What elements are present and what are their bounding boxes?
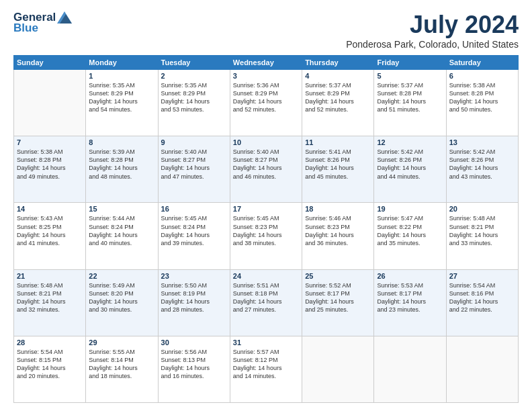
day-number: 26 — [377, 272, 443, 280]
main-title: July 2024 — [346, 11, 519, 39]
page: General Blue July 2024 Ponderosa Park, C… — [0, 0, 532, 411]
day-content: Sunrise: 5:39 AM Sunset: 8:28 PM Dayligh… — [89, 148, 154, 181]
calendar-week-row: 21Sunrise: 5:48 AM Sunset: 8:21 PM Dayli… — [14, 269, 519, 336]
day-content: Sunrise: 5:47 AM Sunset: 8:22 PM Dayligh… — [377, 214, 443, 247]
day-content: Sunrise: 5:54 AM Sunset: 8:15 PM Dayligh… — [17, 348, 83, 381]
table-row: 7Sunrise: 5:38 AM Sunset: 8:28 PM Daylig… — [14, 136, 86, 203]
table-row: 14Sunrise: 5:43 AM Sunset: 8:25 PM Dayli… — [14, 203, 86, 269]
calendar-header-row: Sunday Monday Tuesday Wednesday Thursday… — [14, 56, 519, 70]
table-row: 10Sunrise: 5:40 AM Sunset: 8:27 PM Dayli… — [230, 136, 302, 203]
day-number: 21 — [17, 272, 83, 280]
logo: General Blue — [13, 11, 72, 35]
day-content: Sunrise: 5:52 AM Sunset: 8:17 PM Dayligh… — [305, 281, 371, 314]
day-content: Sunrise: 5:53 AM Sunset: 8:17 PM Dayligh… — [377, 281, 443, 314]
day-number: 6 — [449, 72, 515, 80]
day-content: Sunrise: 5:54 AM Sunset: 8:16 PM Dayligh… — [449, 281, 515, 314]
day-number: 29 — [89, 338, 154, 347]
table-row — [446, 336, 518, 402]
day-number: 3 — [233, 72, 299, 80]
day-content: Sunrise: 5:38 AM Sunset: 8:28 PM Dayligh… — [17, 148, 83, 181]
day-number: 25 — [305, 272, 371, 280]
day-content: Sunrise: 5:57 AM Sunset: 8:12 PM Dayligh… — [233, 348, 299, 381]
day-number: 15 — [89, 205, 154, 213]
day-number: 10 — [233, 138, 299, 146]
day-content: Sunrise: 5:43 AM Sunset: 8:25 PM Dayligh… — [17, 214, 83, 247]
table-row: 3Sunrise: 5:36 AM Sunset: 8:29 PM Daylig… — [230, 70, 302, 136]
day-number: 17 — [233, 205, 299, 213]
table-row: 25Sunrise: 5:52 AM Sunset: 8:17 PM Dayli… — [302, 269, 374, 336]
table-row: 13Sunrise: 5:42 AM Sunset: 8:26 PM Dayli… — [446, 136, 518, 203]
calendar-week-row: 1Sunrise: 5:35 AM Sunset: 8:29 PM Daylig… — [14, 70, 519, 136]
table-row: 2Sunrise: 5:35 AM Sunset: 8:29 PM Daylig… — [158, 70, 230, 136]
table-row: 19Sunrise: 5:47 AM Sunset: 8:22 PM Dayli… — [374, 203, 446, 269]
table-row: 31Sunrise: 5:57 AM Sunset: 8:12 PM Dayli… — [230, 336, 302, 402]
day-number: 31 — [233, 338, 299, 347]
col-thursday: Thursday — [302, 56, 374, 70]
day-content: Sunrise: 5:49 AM Sunset: 8:20 PM Dayligh… — [89, 281, 154, 314]
table-row: 4Sunrise: 5:37 AM Sunset: 8:29 PM Daylig… — [302, 70, 374, 136]
table-row: 30Sunrise: 5:56 AM Sunset: 8:13 PM Dayli… — [158, 336, 230, 402]
day-number: 5 — [377, 72, 443, 80]
table-row: 15Sunrise: 5:44 AM Sunset: 8:24 PM Dayli… — [86, 203, 158, 269]
table-row: 20Sunrise: 5:48 AM Sunset: 8:21 PM Dayli… — [446, 203, 518, 269]
table-row: 17Sunrise: 5:45 AM Sunset: 8:23 PM Dayli… — [230, 203, 302, 269]
day-content: Sunrise: 5:41 AM Sunset: 8:26 PM Dayligh… — [305, 148, 371, 181]
table-row: 27Sunrise: 5:54 AM Sunset: 8:16 PM Dayli… — [446, 269, 518, 336]
day-content: Sunrise: 5:44 AM Sunset: 8:24 PM Dayligh… — [89, 214, 154, 247]
table-row: 22Sunrise: 5:49 AM Sunset: 8:20 PM Dayli… — [86, 269, 158, 336]
table-row: 23Sunrise: 5:50 AM Sunset: 8:19 PM Dayli… — [158, 269, 230, 336]
day-content: Sunrise: 5:37 AM Sunset: 8:28 PM Dayligh… — [377, 81, 443, 114]
col-sunday: Sunday — [14, 56, 86, 70]
subtitle: Ponderosa Park, Colorado, United States — [346, 39, 519, 50]
day-number: 4 — [305, 72, 371, 80]
day-content: Sunrise: 5:48 AM Sunset: 8:21 PM Dayligh… — [449, 214, 515, 247]
table-row: 1Sunrise: 5:35 AM Sunset: 8:29 PM Daylig… — [86, 70, 158, 136]
col-wednesday: Wednesday — [230, 56, 302, 70]
table-row: 24Sunrise: 5:51 AM Sunset: 8:18 PM Dayli… — [230, 269, 302, 336]
table-row: 5Sunrise: 5:37 AM Sunset: 8:28 PM Daylig… — [374, 70, 446, 136]
table-row: 12Sunrise: 5:42 AM Sunset: 8:26 PM Dayli… — [374, 136, 446, 203]
day-number: 18 — [305, 205, 371, 213]
table-row: 9Sunrise: 5:40 AM Sunset: 8:27 PM Daylig… — [158, 136, 230, 203]
table-row: 26Sunrise: 5:53 AM Sunset: 8:17 PM Dayli… — [374, 269, 446, 336]
day-content: Sunrise: 5:35 AM Sunset: 8:29 PM Dayligh… — [89, 81, 154, 114]
day-content: Sunrise: 5:40 AM Sunset: 8:27 PM Dayligh… — [161, 148, 227, 181]
col-tuesday: Tuesday — [158, 56, 230, 70]
day-content: Sunrise: 5:40 AM Sunset: 8:27 PM Dayligh… — [233, 148, 299, 181]
day-content: Sunrise: 5:45 AM Sunset: 8:24 PM Dayligh… — [161, 214, 227, 247]
day-content: Sunrise: 5:46 AM Sunset: 8:23 PM Dayligh… — [305, 214, 371, 247]
table-row — [302, 336, 374, 402]
day-content: Sunrise: 5:55 AM Sunset: 8:14 PM Dayligh… — [89, 348, 154, 381]
day-number: 1 — [89, 72, 154, 80]
col-saturday: Saturday — [446, 56, 518, 70]
col-friday: Friday — [374, 56, 446, 70]
day-content: Sunrise: 5:51 AM Sunset: 8:18 PM Dayligh… — [233, 281, 299, 314]
day-content: Sunrise: 5:42 AM Sunset: 8:26 PM Dayligh… — [449, 148, 515, 181]
day-content: Sunrise: 5:37 AM Sunset: 8:29 PM Dayligh… — [305, 81, 371, 114]
table-row: 18Sunrise: 5:46 AM Sunset: 8:23 PM Dayli… — [302, 203, 374, 269]
table-row: 16Sunrise: 5:45 AM Sunset: 8:24 PM Dayli… — [158, 203, 230, 269]
day-number: 13 — [449, 138, 515, 146]
day-content: Sunrise: 5:56 AM Sunset: 8:13 PM Dayligh… — [161, 348, 227, 381]
day-content: Sunrise: 5:35 AM Sunset: 8:29 PM Dayligh… — [161, 81, 227, 114]
day-number: 28 — [17, 338, 83, 347]
day-number: 12 — [377, 138, 443, 146]
day-number: 11 — [305, 138, 371, 146]
day-number: 7 — [17, 138, 83, 146]
col-monday: Monday — [86, 56, 158, 70]
title-block: July 2024 Ponderosa Park, Colorado, Unit… — [346, 11, 519, 50]
table-row: 21Sunrise: 5:48 AM Sunset: 8:21 PM Dayli… — [14, 269, 86, 336]
day-number: 8 — [89, 138, 154, 146]
day-number: 14 — [17, 205, 83, 213]
table-row: 29Sunrise: 5:55 AM Sunset: 8:14 PM Dayli… — [86, 336, 158, 402]
day-content: Sunrise: 5:38 AM Sunset: 8:28 PM Dayligh… — [449, 81, 515, 114]
calendar-week-row: 7Sunrise: 5:38 AM Sunset: 8:28 PM Daylig… — [14, 136, 519, 203]
day-content: Sunrise: 5:36 AM Sunset: 8:29 PM Dayligh… — [233, 81, 299, 114]
day-number: 9 — [161, 138, 227, 146]
logo-icon — [57, 11, 72, 24]
header: General Blue July 2024 Ponderosa Park, C… — [13, 11, 519, 50]
day-number: 2 — [161, 72, 227, 80]
table-row: 6Sunrise: 5:38 AM Sunset: 8:28 PM Daylig… — [446, 70, 518, 136]
day-content: Sunrise: 5:48 AM Sunset: 8:21 PM Dayligh… — [17, 281, 83, 314]
table-row: 28Sunrise: 5:54 AM Sunset: 8:15 PM Dayli… — [14, 336, 86, 402]
